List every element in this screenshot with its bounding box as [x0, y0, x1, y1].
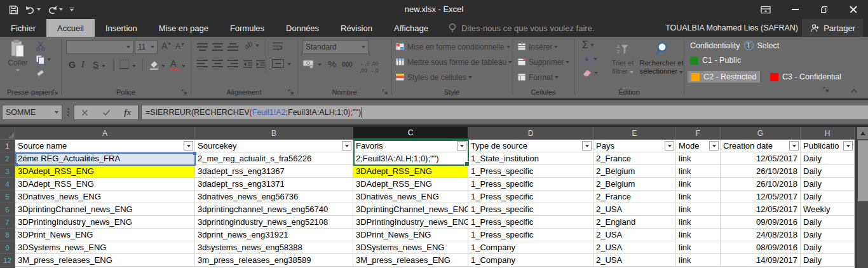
tab-données[interactable]: Données	[275, 19, 330, 37]
cell[interactable]: 1_Company	[468, 254, 593, 267]
cell[interactable]: 1_State_institution	[468, 152, 593, 165]
row-header-9[interactable]: 9	[0, 241, 15, 254]
filter-dropdown-icon[interactable]	[184, 141, 193, 151]
cell[interactable]: 24/08/2018	[721, 229, 801, 241]
bold-button[interactable]: G	[69, 60, 76, 70]
cell[interactable]: 2_France	[593, 152, 676, 165]
cell[interactable]: 3DAdept_RSS_ENG	[353, 178, 468, 191]
cell[interactable]: 3M_press_releases_ENG	[353, 254, 468, 267]
align-center-button[interactable]	[212, 58, 223, 68]
cell[interactable]: 2_USA	[593, 241, 676, 254]
decrease-decimal-button[interactable]: ,00 →,0	[360, 67, 379, 74]
cell[interactable]: 2éme REG_Actualités_FRA	[15, 152, 195, 165]
cell[interactable]: 14/09/2017	[721, 254, 801, 267]
row-header-6[interactable]: 6	[0, 203, 15, 216]
cell[interactable]: Type de source	[468, 140, 593, 152]
tab-mise-en-page[interactable]: Mise en page	[148, 19, 219, 37]
align-left-button[interactable]	[197, 58, 208, 68]
cell[interactable]: Source name	[15, 140, 195, 152]
cell[interactable]: Publicatio	[801, 140, 855, 152]
decrease-indent-button[interactable]	[243, 60, 253, 69]
cell[interactable]: 2_USA	[593, 254, 676, 267]
cell[interactable]: 2_Belgium	[593, 178, 676, 191]
find-select-button[interactable]: Rechercher etsélectionner	[641, 40, 682, 76]
cell[interactable]: link	[676, 165, 721, 178]
cell[interactable]: 3dadept_rss_eng31371	[195, 178, 353, 191]
confidentiality-dialog-launcher-icon[interactable]	[823, 86, 830, 93]
style-item-2[interactable]: Styles de cellules	[395, 70, 512, 85]
cell[interactable]: 1_Company	[468, 241, 593, 254]
formula-bar-drag-handle[interactable]	[67, 108, 69, 116]
clear-button[interactable]	[582, 69, 598, 77]
tab-insertion[interactable]: Insertion	[95, 19, 148, 37]
cell[interactable]: 3m_press_releases_eng38589	[195, 254, 353, 267]
cell[interactable]: Favoris	[353, 140, 468, 152]
insert-function-icon[interactable]: fx	[124, 107, 131, 117]
cell[interactable]: 1_Press_specific	[468, 165, 593, 178]
shrink-font-button[interactable]: A▼	[175, 42, 185, 51]
vertical-scrollbar[interactable]	[857, 127, 868, 268]
align-bottom-button[interactable]	[227, 42, 238, 51]
row-header-3[interactable]: 3	[0, 165, 15, 178]
column-header-E[interactable]: E	[593, 127, 676, 140]
cell[interactable]: 3M_press_releases_ENG	[15, 254, 195, 267]
copy-dropdown-icon[interactable]	[47, 58, 51, 61]
cell[interactable]: 3DPrintingIndustry_news_ENG	[353, 216, 468, 229]
cell[interactable]: 3dsystems_news_eng58388	[195, 241, 353, 254]
cut-button[interactable]	[36, 41, 46, 51]
cell[interactable]: 08/09/2016	[721, 241, 801, 254]
tab-formules[interactable]: Formules	[219, 19, 275, 37]
font-color-button[interactable]: A	[170, 58, 179, 70]
column-header-F[interactable]: F	[676, 127, 721, 140]
column-header-D[interactable]: D	[468, 127, 593, 140]
cell[interactable]: 3dprintingchannel_news_eng56740	[195, 203, 353, 216]
cell[interactable]: 1_Press_specific	[468, 229, 593, 241]
fill-button[interactable]	[582, 55, 597, 64]
cell[interactable]: Daily	[801, 178, 855, 191]
font-size-combo[interactable]: 11	[135, 40, 158, 54]
name-box[interactable]: SOMME	[2, 105, 62, 120]
row-header-7[interactable]: 7	[0, 216, 15, 229]
align-top-button[interactable]	[197, 42, 208, 51]
paste-dropdown-icon[interactable]	[16, 69, 20, 72]
confidentiality-c2-button[interactable]: C2 - Restricted	[688, 71, 760, 83]
cell[interactable]: 3dnatives_news_eng56736	[195, 191, 353, 203]
accounting-format-button[interactable]	[302, 59, 315, 69]
font-color-dropdown-icon[interactable]	[182, 65, 186, 67]
filter-dropdown-icon[interactable]	[843, 141, 853, 151]
tab-accueil[interactable]: Accueil	[46, 19, 95, 37]
cell[interactable]: 3DSystems_news_ENG	[353, 241, 468, 254]
confirm-entry-icon[interactable]	[102, 109, 111, 116]
cell[interactable]: 12/05/2017	[721, 191, 801, 203]
cell[interactable]: Sourcekey	[195, 140, 353, 152]
cell[interactable]: 3DPrintingIndustry_news_ENG	[15, 216, 195, 229]
cell[interactable]: 3Dnatives_news_ENG	[353, 191, 468, 203]
cell[interactable]: Daily	[801, 165, 855, 178]
cell[interactable]: 12/05/2017	[721, 152, 801, 165]
fill-color-dropdown-icon[interactable]	[161, 65, 165, 67]
column-header-G[interactable]: G	[721, 127, 801, 140]
cell[interactable]: 3DAdept_RSS_ENG	[15, 165, 195, 178]
cell[interactable]: link	[676, 191, 721, 203]
cell[interactable]: link	[676, 254, 721, 267]
column-header-B[interactable]: B	[195, 127, 353, 140]
tab-affichage[interactable]: Affichage	[383, 19, 439, 37]
tab-fichier[interactable]: Fichier	[0, 19, 46, 37]
tab-révision[interactable]: Révision	[330, 19, 383, 37]
merge-center-button[interactable]	[272, 59, 284, 68]
clipboard-dialog-launcher-icon[interactable]	[52, 89, 59, 96]
select-all-corner[interactable]	[0, 127, 15, 140]
borders-button[interactable]	[119, 60, 129, 69]
number-dialog-launcher-icon[interactable]	[382, 89, 389, 96]
cancel-entry-icon[interactable]	[81, 109, 88, 116]
cell[interactable]: link	[676, 203, 721, 216]
row-header-8[interactable]: 8	[0, 229, 15, 241]
cell[interactable]: Daily	[801, 241, 855, 254]
cell[interactable]: link	[676, 241, 721, 254]
merge-dropdown-icon[interactable]	[287, 63, 291, 65]
formula-input[interactable]: =SIERREUR(RECHERCHEV(Feuil1!A2;Feuil3!A:…	[141, 105, 868, 120]
cell[interactable]: Daily	[801, 229, 855, 241]
comma-style-button[interactable]: 000	[342, 61, 353, 68]
close-button[interactable]	[839, 0, 868, 19]
cell[interactable]: 26/10/2018	[721, 165, 801, 178]
